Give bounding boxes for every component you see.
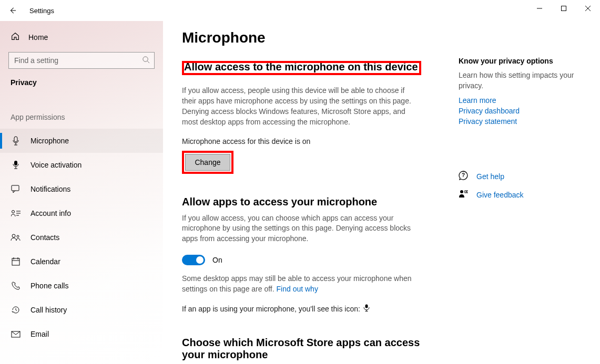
sidebar-item-label: Contacts (30, 233, 59, 242)
svg-point-13 (12, 211, 15, 213)
aside-heading: Know your privacy options (459, 57, 579, 65)
home-label: Home (28, 33, 48, 41)
get-help-link[interactable]: Get help (476, 172, 504, 181)
microphone-icon (11, 136, 21, 145)
svg-rect-9 (14, 161, 17, 165)
section-allow-device-heading: Allow access to the microphone on this d… (182, 61, 421, 75)
notifications-icon (11, 185, 21, 193)
contacts-icon (11, 234, 21, 241)
category-label: Privacy (0, 76, 163, 102)
section-store-apps-heading: Choose which Microsoft Store apps can ac… (182, 337, 440, 361)
microphone-in-use-icon (363, 304, 370, 315)
account-info-icon (11, 210, 21, 217)
sidebar-item-calendar[interactable]: Calendar (0, 249, 163, 274)
svg-text:?: ? (462, 172, 465, 178)
call-history-icon (11, 306, 21, 314)
sidebar-item-notifications[interactable]: Notifications (0, 177, 163, 201)
search-placeholder: Find a setting (14, 56, 58, 65)
sidebar-item-label: Email (30, 330, 49, 338)
search-input[interactable]: Find a setting (8, 52, 155, 69)
svg-point-18 (17, 235, 19, 237)
feedback-icon (459, 189, 468, 200)
svg-line-5 (147, 61, 149, 63)
aside-panel: Know your privacy options Learn how this… (459, 29, 579, 364)
give-feedback-link[interactable]: Give feedback (476, 191, 524, 199)
change-button[interactable]: Change (185, 154, 230, 171)
sidebar-item-label: Account info (30, 209, 71, 217)
apps-access-toggle[interactable] (182, 255, 205, 265)
learn-more-link[interactable]: Learn more (459, 96, 579, 105)
help-icon: ? (459, 171, 468, 182)
group-label: App permissions (0, 102, 163, 129)
sidebar-item-call-history[interactable]: Call history (0, 298, 163, 322)
svg-rect-6 (14, 137, 17, 142)
sidebar-item-label: Calendar (30, 257, 60, 266)
sidebar-item-label: Notifications (30, 185, 70, 193)
main-content: Microphone Allow access to the microphon… (182, 29, 440, 364)
window-title: Settings (29, 7, 54, 15)
sidebar-item-label: Phone calls (30, 282, 68, 290)
device-access-status: Microphone access for this device is on (182, 137, 440, 145)
sidebar-item-voice-activation[interactable]: Voice activation (0, 153, 163, 177)
sidebar-item-contacts[interactable]: Contacts (0, 225, 163, 249)
in-use-icon-note: If an app is using your microphone, you'… (182, 304, 413, 315)
phone-calls-icon (11, 282, 21, 290)
section-allow-apps-heading: Allow apps to access your microphone (182, 196, 440, 208)
privacy-dashboard-link[interactable]: Privacy dashboard (459, 107, 579, 115)
back-button[interactable] (8, 6, 17, 15)
close-button[interactable] (576, 0, 600, 17)
section-allow-apps-body: If you allow access, you can choose whic… (182, 213, 413, 245)
voice-activation-icon (11, 160, 21, 170)
section-allow-device-body: If you allow access, people using this d… (182, 86, 413, 128)
sidebar: Home Find a setting Privacy App permissi… (0, 21, 163, 364)
svg-rect-12 (12, 185, 19, 191)
sidebar-item-label: Call history (30, 306, 67, 314)
sidebar-item-phone-calls[interactable]: Phone calls (0, 274, 163, 298)
page-title: Microphone (182, 29, 440, 46)
sidebar-item-email[interactable]: Email (0, 322, 163, 346)
search-icon (142, 56, 150, 65)
desktop-apps-note: Some desktop apps may still be able to a… (182, 274, 413, 295)
sidebar-item-microphone[interactable]: Microphone (0, 129, 163, 153)
minimize-button[interactable] (527, 0, 552, 17)
sidebar-item-label: Voice activation (30, 161, 82, 169)
home-nav[interactable]: Home (0, 21, 163, 52)
find-out-why-link[interactable]: Find out why (277, 285, 318, 293)
sidebar-item-account-info[interactable]: Account info (0, 201, 163, 225)
svg-point-33 (460, 190, 463, 193)
svg-rect-29 (365, 305, 368, 308)
maximize-button[interactable] (552, 0, 576, 17)
calendar-icon (11, 257, 21, 266)
svg-rect-19 (12, 258, 19, 265)
home-icon (11, 32, 20, 43)
svg-point-4 (143, 57, 148, 61)
email-icon (11, 331, 21, 338)
aside-body: Learn how this setting impacts your priv… (459, 70, 579, 91)
svg-rect-1 (562, 6, 566, 11)
svg-point-17 (12, 234, 15, 237)
sidebar-item-label: Microphone (30, 137, 69, 145)
toggle-state-label: On (212, 256, 222, 264)
privacy-statement-link[interactable]: Privacy statement (459, 117, 579, 126)
